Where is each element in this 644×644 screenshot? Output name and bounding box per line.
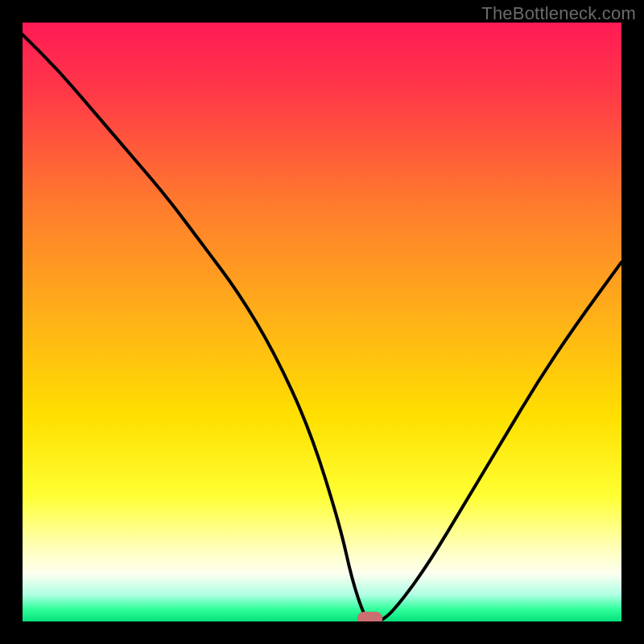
optimal-marker [357,612,382,621]
chart-frame: TheBottleneck.com [0,0,644,644]
bottleneck-chart [23,23,621,621]
watermark-text: TheBottleneck.com [481,3,636,24]
chart-background [23,23,621,621]
